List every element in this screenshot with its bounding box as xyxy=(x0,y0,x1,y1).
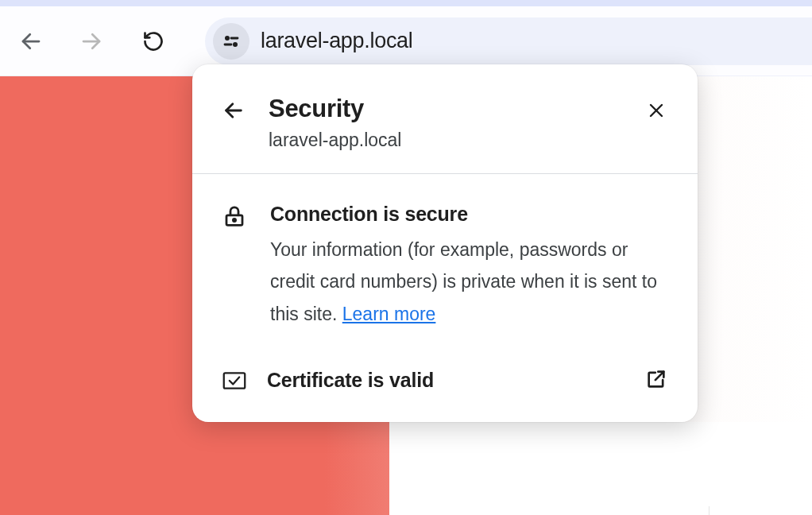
url-text: laravel-app.local xyxy=(261,29,413,53)
connection-description: Your information (for example, passwords… xyxy=(270,234,667,330)
connection-content: Connection is secure Your information (f… xyxy=(270,203,667,330)
connection-title: Connection is secure xyxy=(270,203,667,226)
lock-icon xyxy=(222,204,246,231)
learn-more-link[interactable]: Learn more xyxy=(342,304,436,324)
popover-title-group: Security laravel-app.local xyxy=(269,95,645,151)
open-certificate-button[interactable] xyxy=(645,368,667,393)
security-popover: Security laravel-app.local Connection is… xyxy=(192,64,698,422)
popover-back-button[interactable] xyxy=(222,99,245,122)
nav-buttons xyxy=(17,28,167,55)
window-tab-strip xyxy=(0,0,812,6)
tune-icon xyxy=(222,32,241,51)
certificate-icon xyxy=(222,370,246,392)
svg-line-14 xyxy=(655,371,664,380)
forward-button[interactable] xyxy=(78,28,105,55)
reload-button[interactable] xyxy=(140,28,167,55)
reload-icon xyxy=(142,30,164,52)
close-icon xyxy=(647,101,666,120)
omnibox[interactable]: laravel-app.local xyxy=(205,17,812,65)
connection-row: Connection is secure Your information (f… xyxy=(222,203,667,330)
popover-header: Security laravel-app.local xyxy=(192,64,698,174)
arrow-left-icon xyxy=(222,99,245,122)
svg-rect-13 xyxy=(224,373,245,388)
connection-description-text: Your information (for example, passwords… xyxy=(270,239,657,324)
back-button[interactable] xyxy=(17,28,44,55)
page-content: Laravel Search xyxy=(389,422,812,515)
certificate-label: Certificate is valid xyxy=(267,369,645,392)
popover-body: Connection is secure Your information (f… xyxy=(192,174,698,346)
svg-point-12 xyxy=(233,219,235,221)
site-settings-button[interactable] xyxy=(213,23,249,60)
search-box[interactable]: Search xyxy=(709,506,812,515)
arrow-right-icon xyxy=(79,29,103,53)
popover-title: Security xyxy=(269,95,645,123)
arrow-left-icon xyxy=(19,29,43,53)
svg-point-2 xyxy=(225,36,230,41)
svg-point-5 xyxy=(233,42,238,47)
popover-subtitle: laravel-app.local xyxy=(269,130,645,151)
popover-close-button[interactable] xyxy=(645,99,667,122)
open-in-new-icon xyxy=(645,368,667,390)
certificate-row[interactable]: Certificate is valid xyxy=(192,346,698,422)
